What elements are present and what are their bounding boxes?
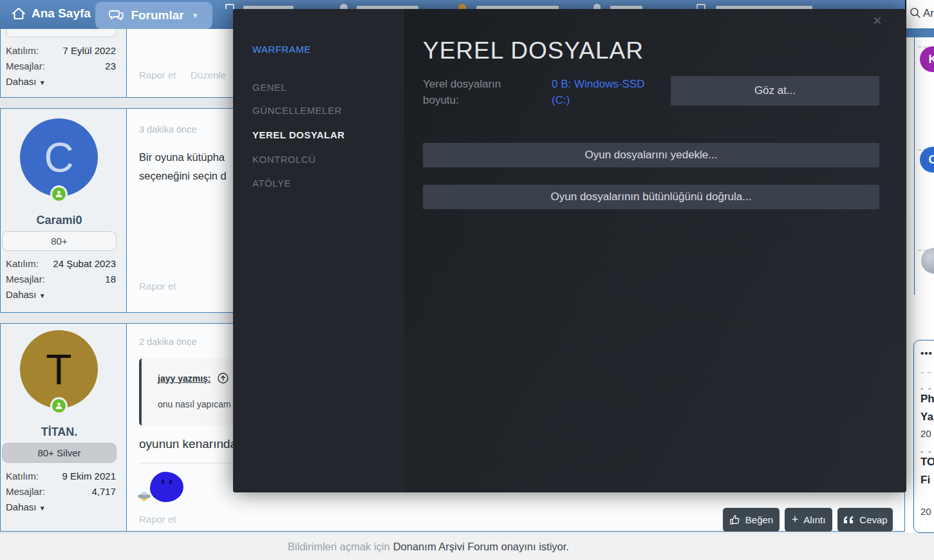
chevron-down-icon: ▼ bbox=[39, 79, 46, 86]
chevron-down-icon: ▼ bbox=[39, 505, 46, 512]
sidebar-item-workshop[interactable]: ATÖLYE bbox=[252, 178, 291, 189]
messages-value: 18 bbox=[105, 274, 116, 285]
post-body-line: oyunun kenarında bbox=[139, 437, 237, 451]
divider bbox=[920, 372, 934, 373]
post-timestamp[interactable]: 3 dakika önce bbox=[139, 124, 196, 135]
reply-button[interactable]: Cevap bbox=[837, 508, 893, 532]
nav-item-forums[interactable]: Forumlar ▼ bbox=[95, 2, 212, 29]
nav-item-fragment[interactable] bbox=[458, 3, 574, 9]
thread-title-fragment[interactable]: Ya bbox=[920, 411, 933, 424]
nav-item-home[interactable]: Ana Sayfa bbox=[12, 6, 91, 21]
thread-title-fragment[interactable]: Ph bbox=[920, 393, 934, 406]
plus-icon: + bbox=[792, 513, 799, 527]
size-value-link[interactable]: 0 B: Windows-SSD (C:) bbox=[552, 76, 645, 108]
joined-label: Katılım: bbox=[6, 45, 39, 56]
search-icon bbox=[910, 7, 921, 19]
person-icon bbox=[55, 190, 63, 198]
nav-item-fragment[interactable] bbox=[593, 3, 658, 9]
sidebar-item-controller[interactable]: KONTROLCÜ bbox=[252, 154, 316, 165]
nav-item-fragment[interactable] bbox=[696, 3, 819, 9]
nav-forums-label: Forumlar bbox=[131, 8, 183, 23]
nav-item-fragment[interactable] bbox=[340, 3, 430, 9]
steam-properties-dialog: WARFRAME GENEL GÜNCELLEMELER YEREL DOSYA… bbox=[233, 9, 906, 492]
messages-value: 4,717 bbox=[91, 486, 116, 497]
avatar[interactable]: T bbox=[20, 330, 98, 408]
sidebar-item-local-files[interactable]: YEREL DOSYALAR bbox=[252, 129, 345, 140]
thread-title-fragment[interactable]: Fi bbox=[920, 474, 930, 487]
thread-meta-fragment: - - bbox=[920, 447, 932, 456]
avatar[interactable]: C bbox=[20, 118, 98, 196]
online-status-badge bbox=[50, 397, 68, 415]
user-title-badge: 80+ bbox=[2, 231, 117, 251]
avatar[interactable]: C bbox=[920, 147, 934, 173]
quote-button[interactable]: + Alıntı bbox=[785, 508, 832, 532]
report-link[interactable]: Rapor et bbox=[139, 281, 176, 292]
joined-row: Katılım: 24 Şubat 2023 bbox=[6, 258, 116, 269]
close-icon[interactable]: × bbox=[873, 12, 882, 30]
sidebar-item-game[interactable]: WARFRAME bbox=[252, 44, 311, 55]
size-label: Yerel dosyaların boyutu: bbox=[423, 76, 501, 108]
sidebar-item-updates[interactable]: GÜNCELLEMELER bbox=[252, 105, 342, 116]
search-label: Ara bbox=[923, 7, 934, 20]
thread-title-fragment[interactable]: TO bbox=[920, 456, 934, 469]
backup-files-button[interactable]: Oyun dosyalarını yedekle... bbox=[423, 143, 879, 167]
joined-value: 9 Ekim 2021 bbox=[62, 471, 116, 481]
person-icon bbox=[55, 402, 63, 410]
widget-menu-dots[interactable]: ••• bbox=[920, 348, 933, 359]
chevron-down-icon: ▼ bbox=[192, 12, 199, 19]
verify-integrity-button[interactable]: Oyun dosyalarının bütünlüğünü doğrula... bbox=[423, 185, 879, 209]
joined-label: Katılım: bbox=[6, 258, 39, 269]
widget-border bbox=[914, 37, 915, 295]
report-link[interactable]: Rapor et bbox=[139, 70, 176, 80]
browse-button[interactable]: Göz at... bbox=[671, 76, 879, 106]
user-title-badge: 80+ Silver bbox=[2, 443, 117, 463]
messages-label: Mesajlar: bbox=[6, 61, 45, 71]
more-toggle[interactable]: Dahası ▼ bbox=[6, 76, 46, 87]
more-toggle[interactable]: Dahası ▼ bbox=[6, 289, 46, 300]
quote-author-link[interactable]: jayy yazmış: bbox=[158, 373, 211, 384]
page: Ana Sayfa Forumlar ▼ bbox=[0, 0, 934, 560]
messages-label: Mesajlar: bbox=[6, 486, 45, 497]
avatar-letter: C bbox=[44, 134, 73, 182]
search-box[interactable]: Ara bbox=[905, 0, 934, 28]
avatar-letter: T bbox=[46, 345, 71, 394]
post-author-panel: C Carami0 80+ Katılım: 24 Şubat 2023 Mes… bbox=[1, 109, 127, 312]
divider bbox=[139, 463, 236, 463]
post-body-line: seçeneğini seçin d bbox=[139, 170, 227, 182]
quote-text: onu nasıl yapıcam bbox=[158, 399, 231, 409]
notification-text-light: Bildirimleri açmak için bbox=[288, 541, 390, 553]
avatar[interactable]: K bbox=[920, 46, 934, 72]
thread-date-fragment: 20 bbox=[920, 506, 931, 517]
messages-row: Mesajlar: 4,717 bbox=[6, 486, 116, 497]
thread-date-fragment: 20 bbox=[920, 428, 931, 439]
dialog-sidebar: WARFRAME GENEL GÜNCELLEMELER YEREL DOSYA… bbox=[233, 9, 404, 492]
dialog-title: YEREL DOSYALAR bbox=[423, 37, 644, 64]
nav-item-fragment[interactable] bbox=[225, 3, 309, 9]
report-link[interactable]: Rapor et bbox=[139, 514, 176, 525]
username-link[interactable]: TİTAN. bbox=[1, 425, 118, 439]
home-icon bbox=[12, 7, 26, 20]
like-button[interactable]: Beğen bbox=[723, 508, 780, 532]
messages-label: Mesajlar: bbox=[6, 274, 45, 285]
thread-meta-fragment: - - bbox=[920, 384, 932, 393]
post-body-line: Bir oyuna kütüpha bbox=[139, 151, 225, 163]
edit-link[interactable]: Düzenle bbox=[191, 70, 226, 80]
more-toggle[interactable]: Dahası ▼ bbox=[6, 501, 46, 512]
post-author-panel: T TİTAN. 80+ Silver Katılım: 9 Ekim 2021… bbox=[1, 324, 127, 531]
nav-home-label: Ana Sayfa bbox=[32, 6, 91, 21]
post-timestamp[interactable]: 2 dakika önce bbox=[139, 337, 196, 347]
sidebar-item-general[interactable]: GENEL bbox=[252, 82, 286, 93]
arrow-up-circle-icon[interactable] bbox=[218, 373, 229, 384]
joined-value: 7 Eylül 2022 bbox=[62, 45, 116, 56]
username-link[interactable]: Carami0 bbox=[1, 214, 118, 227]
quote-block: jayy yazmış: onu nasıl yapıcam bbox=[139, 359, 242, 425]
joined-label: Katılım: bbox=[6, 471, 39, 481]
messages-row: Mesajlar: 23 bbox=[6, 61, 116, 71]
messages-value: 23 bbox=[105, 61, 116, 71]
post-author-panel: Katılım: 7 Eylül 2022 Mesajlar: 23 Dahas… bbox=[1, 25, 127, 97]
thumbs-up-icon bbox=[729, 514, 740, 525]
online-status-badge bbox=[50, 185, 68, 203]
messages-row: Mesajlar: 18 bbox=[6, 274, 116, 285]
quote-marks-icon bbox=[843, 516, 854, 524]
avatar[interactable] bbox=[921, 248, 934, 274]
